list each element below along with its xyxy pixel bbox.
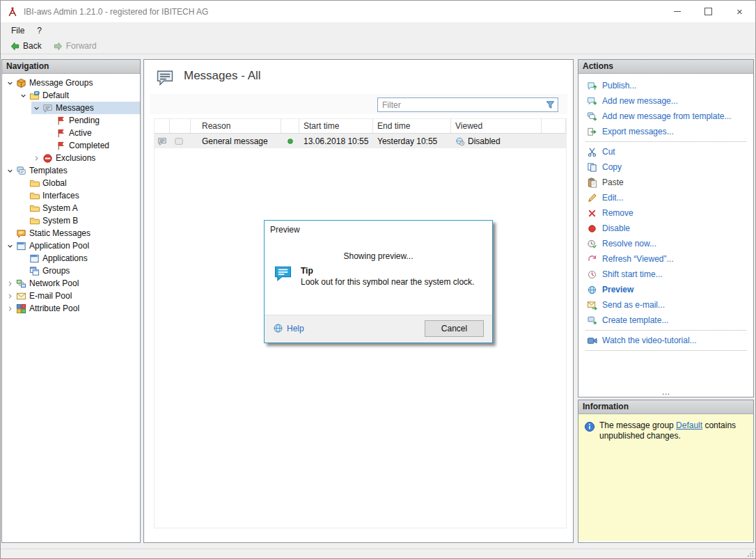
tree-item-label: E-mail Pool (27, 291, 74, 301)
action-remove[interactable]: Remove (578, 205, 753, 221)
network-icon (15, 278, 27, 289)
filter-funnel-icon[interactable] (545, 100, 556, 110)
info-icon (584, 421, 595, 432)
tree-item-pending[interactable]: Pending (45, 114, 140, 127)
tree-item-application-pool[interactable]: Application Pool (5, 239, 140, 252)
default-group-link[interactable]: Default (676, 420, 702, 430)
close-button[interactable]: × (724, 1, 755, 22)
action-refresh-viewed[interactable]: Refresh “Viewed”... (578, 251, 753, 267)
forward-button[interactable]: Forward (49, 40, 101, 53)
chevron-right-icon[interactable] (5, 303, 15, 314)
row-end-time-cell: Yesterday 10:55 (373, 136, 451, 146)
expander-spacer (45, 140, 55, 151)
column-header-blank[interactable] (281, 119, 299, 133)
help-link[interactable]: Help (273, 323, 304, 333)
chevron-right-icon[interactable] (31, 152, 42, 164)
action-disable[interactable]: Disable (578, 221, 753, 236)
column-header-blank[interactable] (542, 119, 566, 133)
navigation-panel: Navigation Message GroupsDefaultMessages… (1, 59, 141, 543)
chevron-right-icon[interactable] (5, 278, 15, 289)
back-button[interactable]: Back (6, 40, 46, 53)
tree-item-templates[interactable]: Templates (5, 164, 140, 177)
row-badge-cell (170, 136, 191, 146)
table-row[interactable]: General message13.06.2018 10:55Yesterday… (155, 134, 566, 148)
tree-item-network-pool[interactable]: Network Pool (5, 277, 140, 290)
minimize-button[interactable] (661, 1, 693, 22)
tree-item-system-a[interactable]: System A (18, 202, 140, 214)
column-header-blank[interactable] (170, 119, 191, 133)
folder-icon (29, 215, 40, 226)
shift-clock-icon (587, 269, 597, 280)
tree-item-messages[interactable]: Messages (31, 102, 140, 114)
maximize-button[interactable] (693, 1, 724, 22)
column-header-viewed[interactable]: Viewed (451, 119, 542, 133)
action-watch-the-video-tutorial[interactable]: Watch the video-tutorial... (578, 333, 753, 348)
tree-item-active[interactable]: Active (45, 127, 140, 139)
gray-box-icon (174, 136, 184, 146)
action-resolve-now[interactable]: Resolve now... (578, 236, 753, 251)
menu-help[interactable]: ? (31, 24, 48, 38)
action-create-template[interactable]: Create template... (578, 313, 753, 328)
action-shift-start-time[interactable]: Shift start time... (578, 267, 753, 282)
chevron-down-icon[interactable] (31, 102, 42, 113)
tree-item-exclusions[interactable]: Exclusions (31, 152, 140, 164)
messages-page-icon (154, 68, 176, 87)
tree-item-e-mail-pool[interactable]: E-mail Pool (5, 290, 140, 302)
templates-stack-icon (15, 165, 27, 176)
column-header-end-time[interactable]: End time (373, 119, 451, 133)
tree-item-interfaces[interactable]: Interfaces (18, 189, 140, 202)
chevron-right-icon[interactable] (5, 290, 15, 301)
action-add-new-message-from-template[interactable]: Add new message from template... (578, 109, 753, 124)
app-window-icon (29, 253, 40, 264)
tree-item-completed[interactable]: Completed (45, 139, 140, 152)
green-dot-icon (285, 136, 295, 146)
action-edit[interactable]: Edit... (578, 190, 753, 205)
tree-item-static-messages[interactable]: Static Messages (5, 227, 140, 239)
action-preview[interactable]: Preview (578, 282, 753, 297)
action-label: Shift start time... (602, 269, 663, 279)
action-publish[interactable]: Publish... (578, 78, 753, 93)
envelope-icon (15, 290, 27, 301)
menu-file[interactable]: File (5, 24, 31, 38)
remove-x-icon (587, 208, 597, 219)
tree-item-label: Network Pool (27, 278, 81, 288)
tree-item-system-b[interactable]: System B (18, 214, 140, 227)
cancel-button[interactable]: Cancel (425, 320, 484, 337)
action-export-messages[interactable]: Export messages... (578, 124, 753, 139)
chevron-down-icon[interactable] (5, 240, 15, 251)
action-label: Copy (602, 162, 622, 172)
action-add-new-message[interactable]: Add new message... (578, 93, 753, 109)
tree-item-label: Pending (67, 116, 102, 125)
chevron-down-icon[interactable] (5, 77, 15, 88)
expander-spacer (5, 228, 15, 239)
tree-item-default[interactable]: Default (18, 89, 140, 102)
action-cut[interactable]: Cut (578, 144, 753, 159)
column-header-reason[interactable]: Reason (191, 119, 281, 133)
tree-item-message-groups[interactable]: Message Groups (5, 77, 140, 89)
tree-item-label: Groups (40, 266, 72, 276)
tree-item-label: Default (40, 90, 72, 100)
tree-item-global[interactable]: Global (18, 177, 140, 189)
folder-icon (29, 178, 40, 189)
filter-input[interactable] (378, 98, 545, 111)
column-header-start-time[interactable]: Start time (299, 119, 373, 133)
resize-grip[interactable] (746, 550, 755, 558)
row-viewed-cell: Disabled (451, 136, 542, 146)
groups-icon (29, 265, 40, 276)
tree-item-attribute-pool[interactable]: Attribute Pool (5, 302, 140, 315)
tree-item-groups[interactable]: Groups (18, 265, 140, 277)
action-label: Paste (602, 178, 624, 187)
column-header-blank[interactable] (155, 119, 170, 133)
row-status-cell (281, 136, 299, 146)
chevron-down-icon[interactable] (5, 165, 15, 176)
action-copy[interactable]: Copy (578, 159, 753, 175)
navigation-header: Navigation (2, 60, 140, 74)
tree-item-applications[interactable]: Applications (18, 252, 140, 265)
tree-item-label: Interfaces (40, 191, 82, 200)
chevron-down-icon[interactable] (18, 90, 29, 101)
table-header: ReasonStart timeEnd timeViewed (155, 119, 566, 134)
globe-icon (587, 285, 597, 295)
action-send-as-e-mail[interactable]: Send as e-mail... (578, 297, 753, 313)
action-paste[interactable]: Paste (578, 175, 753, 190)
tree-item-label: Completed (67, 141, 112, 150)
